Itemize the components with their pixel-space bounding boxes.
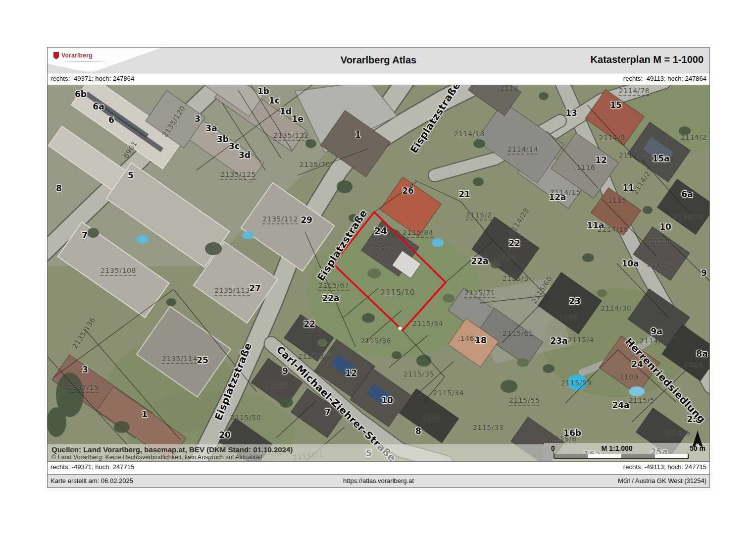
parcel-number-label: 2115/5: [629, 397, 655, 404]
parcel-number-label: 2135/112: [262, 215, 298, 224]
house-number-label: 1e: [292, 115, 303, 123]
parcel-number-label: 2115/55: [509, 397, 540, 406]
parcel-number-label: 2115/10: [380, 289, 415, 297]
parcel-number-label: 2135/136: [71, 316, 97, 350]
parcel-number-label: 2135/114: [162, 355, 198, 364]
parcel-number-label: 2135/120: [161, 105, 187, 138]
house-number-label: 10: [381, 396, 393, 405]
house-number-label: 1d: [280, 107, 292, 116]
parcel-number-label: 2114/24: [619, 152, 650, 159]
house-number-label: 24: [374, 226, 387, 236]
map-type-title: Katasterplan M = 1-1000: [591, 54, 704, 65]
parcel-number-label: 8961: [122, 140, 138, 160]
house-number-label: 9a: [651, 327, 662, 336]
house-number-label: 7: [325, 408, 331, 417]
parcel-number-label: 2115/59: [561, 379, 592, 386]
parcel-number-label: 2114/9: [599, 134, 625, 141]
parcel-number-label: 2115/4: [568, 336, 594, 343]
crs-label: MGI / Austria GK West (31254): [618, 477, 706, 484]
house-number-label: 22: [508, 239, 520, 248]
house-number-label: 9: [701, 269, 707, 277]
parcel-number-label: 2114/31: [640, 337, 670, 344]
parcel-number-label: 2114/17: [647, 261, 678, 268]
house-number-label: 26: [402, 187, 414, 195]
house-number-label: 6b: [75, 90, 87, 99]
coords-strip-bottom: rechts: -49371; hoch: 247715 rechts: -49…: [48, 462, 709, 475]
parcel-number-label: .1325: [419, 415, 441, 422]
parcel-number-label: 2115/34: [433, 389, 464, 396]
house-number-label: 25: [687, 415, 699, 424]
parcel-number-label: 2135/125: [220, 171, 256, 180]
house-number-label: 22: [303, 320, 315, 328]
parcel-number-label: 2114/13: [454, 130, 485, 137]
parcel-number-label: 2115/35: [403, 371, 434, 377]
parcel-number-label: .1338: [368, 245, 389, 252]
parcel-number-label: 2115/6: [664, 429, 691, 436]
house-number-label: 12: [345, 369, 357, 377]
parcel-number-label: 2114/28: [507, 207, 530, 236]
atlas-url[interactable]: https://atlas.vorarlberg.at: [48, 477, 709, 484]
house-number-label: 3a: [205, 124, 217, 133]
house-number-label: 18: [475, 336, 487, 345]
parcel-number-label: 2114/78: [619, 87, 650, 96]
house-number-label: 24a: [612, 401, 629, 410]
parcel-number-label: 2135/113: [214, 287, 250, 296]
parcel-number-label: .1109: [617, 374, 638, 380]
coords-bottom-right: rechts: -49113; hoch: 247715: [623, 463, 706, 471]
house-number-label: 6a: [93, 103, 104, 111]
parcel-number-label: 2115/84: [403, 229, 433, 238]
footer: Karte erstellt am: 06.02.2025 https://at…: [48, 475, 709, 487]
house-number-label: 15a: [652, 155, 669, 163]
parcel-number-label: 2115/61: [503, 330, 533, 337]
house-number-label: 15: [610, 101, 622, 109]
scale-bar: 0 M 1:1.000 50 m: [544, 443, 709, 461]
house-number-label: 3: [195, 115, 201, 123]
coords-top-right: rechts: -49113; hoch: 247864: [623, 75, 706, 82]
house-number-label: 8: [415, 427, 421, 435]
parcel-number-label: .1116: [574, 164, 595, 171]
parcel-number-label: .1107: [495, 254, 516, 261]
parcel-number-label: 2115/36: [360, 337, 391, 344]
map-sheet: Vorarlberg Vorarlberg Atlas Katasterplan…: [47, 47, 710, 488]
house-number-label: 7: [82, 231, 88, 240]
house-number-label: 8a: [696, 350, 707, 358]
parcel-number-label: 2135/132: [273, 132, 309, 141]
house-number-label: 10a: [621, 260, 639, 268]
attribution-sources: Quellen: Land Vorarlberg, basemap.at, BE…: [51, 445, 544, 454]
house-number-label: 8: [56, 184, 62, 193]
parcel-number-label: .1108: [556, 314, 578, 321]
house-number-label: 10: [659, 223, 671, 231]
parcel-number-label: 2135/108: [101, 267, 136, 276]
house-number-label: 16b: [563, 429, 581, 437]
house-number-label: 21: [458, 190, 470, 199]
attribution: Quellen: Land Vorarlberg, basemap.at, BE…: [48, 444, 544, 461]
house-number-label: 13: [565, 109, 577, 117]
house-number-label: 1: [355, 131, 361, 139]
coords-strip-top: rechts: -49371; hoch: 247864 rechts: -49…: [48, 73, 709, 85]
parcel-number-label: .1322: [301, 328, 322, 335]
parcel-number-label: 2137/15: [68, 384, 99, 393]
parcel-number-label: .1115: [605, 197, 626, 204]
header: Vorarlberg Vorarlberg Atlas Katasterplan…: [48, 48, 709, 73]
parcel-number-label: 2114/16: [598, 226, 628, 233]
coords-bottom-left: rechts: -49371; hoch: 247715: [50, 463, 134, 471]
parcel-number-label: 2114/30: [601, 305, 631, 312]
parcel-number-label: 2114/14: [507, 146, 538, 155]
parcel-number-label: 2115/50: [230, 414, 261, 421]
map-viewport[interactable]: 6b6a6857312025272922a22971210851b1c1d1e3…: [48, 85, 709, 462]
house-number-label: 11: [622, 184, 634, 192]
parcel-number-label: 2115/2: [466, 212, 492, 220]
house-number-label: 3: [82, 366, 88, 374]
house-number-label: 11a: [587, 221, 604, 230]
street-name-label: Eisplatzstraße: [315, 208, 369, 283]
parcel-number-label: 2135/76: [300, 161, 330, 168]
house-number-label: 3c: [229, 142, 240, 151]
house-number-label: 12a: [549, 193, 566, 202]
house-number-label: 22a: [322, 294, 339, 303]
parcel-number-label: 2115/54: [412, 320, 443, 327]
street-name-label: Eisplatzstraße: [408, 85, 462, 155]
parcel-number-label: 2114/21: [631, 166, 654, 196]
house-number-label: 1c: [269, 97, 280, 105]
coords-top-left: rechts: -49371; hoch: 247864: [50, 75, 134, 82]
house-number-label: 5: [128, 171, 134, 180]
